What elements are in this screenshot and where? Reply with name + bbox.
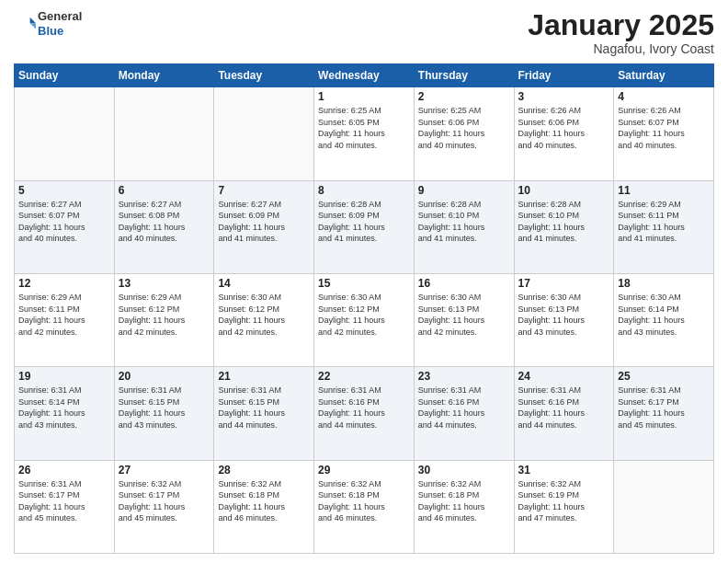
day-info: Sunrise: 6:28 AM Sunset: 6:10 PM Dayligh…	[418, 199, 510, 245]
calendar-week-row: 1Sunrise: 6:25 AM Sunset: 6:05 PM Daylig…	[15, 87, 714, 180]
calendar-table: Sunday Monday Tuesday Wednesday Thursday…	[14, 63, 714, 554]
day-number: 28	[218, 464, 310, 477]
day-number: 6	[119, 184, 210, 197]
day-info: Sunrise: 6:30 AM Sunset: 6:12 PM Dayligh…	[218, 292, 310, 338]
day-info: Sunrise: 6:31 AM Sunset: 6:14 PM Dayligh…	[18, 385, 110, 431]
table-row: 7Sunrise: 6:27 AM Sunset: 6:09 PM Daylig…	[214, 180, 314, 273]
day-info: Sunrise: 6:32 AM Sunset: 6:19 PM Dayligh…	[518, 478, 610, 524]
day-info: Sunrise: 6:29 AM Sunset: 6:11 PM Dayligh…	[618, 199, 710, 245]
day-number: 19	[18, 370, 110, 383]
page: General Blue January 2025 Nagafou, Ivory…	[0, 0, 728, 563]
day-number: 7	[218, 184, 310, 197]
logo-general: General	[38, 9, 82, 24]
table-row: 27Sunrise: 6:32 AM Sunset: 6:17 PM Dayli…	[114, 460, 214, 553]
day-info: Sunrise: 6:27 AM Sunset: 6:07 PM Dayligh…	[18, 199, 110, 245]
day-number: 24	[518, 370, 610, 383]
header: General Blue January 2025 Nagafou, Ivory…	[14, 9, 714, 56]
table-row: 12Sunrise: 6:29 AM Sunset: 6:11 PM Dayli…	[15, 273, 115, 366]
calendar-week-row: 19Sunrise: 6:31 AM Sunset: 6:14 PM Dayli…	[15, 367, 714, 460]
table-row	[214, 87, 314, 180]
logo-text: General Blue	[38, 9, 82, 38]
logo-icon	[14, 13, 36, 35]
table-row: 15Sunrise: 6:30 AM Sunset: 6:12 PM Dayli…	[314, 273, 415, 366]
day-info: Sunrise: 6:28 AM Sunset: 6:09 PM Dayligh…	[318, 199, 410, 245]
day-info: Sunrise: 6:31 AM Sunset: 6:16 PM Dayligh…	[318, 385, 410, 431]
day-number: 23	[418, 370, 510, 383]
table-row: 9Sunrise: 6:28 AM Sunset: 6:10 PM Daylig…	[414, 180, 514, 273]
table-row: 28Sunrise: 6:32 AM Sunset: 6:18 PM Dayli…	[214, 460, 314, 553]
day-info: Sunrise: 6:31 AM Sunset: 6:17 PM Dayligh…	[18, 478, 110, 524]
table-row: 8Sunrise: 6:28 AM Sunset: 6:09 PM Daylig…	[314, 180, 415, 273]
day-info: Sunrise: 6:25 AM Sunset: 6:05 PM Dayligh…	[318, 105, 410, 151]
day-number: 18	[618, 277, 710, 290]
table-row	[15, 87, 115, 180]
col-thursday: Thursday	[414, 64, 514, 87]
day-number: 13	[119, 277, 210, 290]
day-number: 29	[318, 464, 410, 477]
day-info: Sunrise: 6:28 AM Sunset: 6:10 PM Dayligh…	[518, 199, 610, 245]
day-number: 14	[218, 277, 310, 290]
day-number: 10	[518, 184, 610, 197]
svg-marker-1	[30, 23, 36, 29]
table-row: 17Sunrise: 6:30 AM Sunset: 6:13 PM Dayli…	[514, 273, 614, 366]
day-info: Sunrise: 6:27 AM Sunset: 6:08 PM Dayligh…	[119, 199, 210, 245]
day-info: Sunrise: 6:31 AM Sunset: 6:16 PM Dayligh…	[418, 385, 510, 431]
col-wednesday: Wednesday	[314, 64, 415, 87]
col-sunday: Sunday	[15, 64, 115, 87]
day-number: 1	[318, 90, 410, 103]
title-block: January 2025 Nagafou, Ivory Coast	[528, 9, 714, 56]
table-row: 29Sunrise: 6:32 AM Sunset: 6:18 PM Dayli…	[314, 460, 415, 553]
table-row: 25Sunrise: 6:31 AM Sunset: 6:17 PM Dayli…	[614, 367, 714, 460]
logo: General Blue	[14, 9, 82, 38]
day-number: 12	[18, 277, 110, 290]
day-number: 26	[18, 464, 110, 477]
day-number: 2	[418, 90, 510, 103]
table-row: 18Sunrise: 6:30 AM Sunset: 6:14 PM Dayli…	[614, 273, 714, 366]
day-number: 8	[318, 184, 410, 197]
table-row: 1Sunrise: 6:25 AM Sunset: 6:05 PM Daylig…	[314, 87, 415, 180]
day-info: Sunrise: 6:32 AM Sunset: 6:18 PM Dayligh…	[318, 478, 410, 524]
day-number: 31	[518, 464, 610, 477]
day-number: 15	[318, 277, 410, 290]
day-info: Sunrise: 6:25 AM Sunset: 6:06 PM Dayligh…	[418, 105, 510, 151]
table-row: 24Sunrise: 6:31 AM Sunset: 6:16 PM Dayli…	[514, 367, 614, 460]
table-row: 16Sunrise: 6:30 AM Sunset: 6:13 PM Dayli…	[414, 273, 514, 366]
table-row: 2Sunrise: 6:25 AM Sunset: 6:06 PM Daylig…	[414, 87, 514, 180]
col-tuesday: Tuesday	[214, 64, 314, 87]
month-title: January 2025	[528, 9, 714, 41]
table-row	[114, 87, 214, 180]
day-info: Sunrise: 6:31 AM Sunset: 6:15 PM Dayligh…	[119, 385, 210, 431]
table-row: 19Sunrise: 6:31 AM Sunset: 6:14 PM Dayli…	[15, 367, 115, 460]
table-row: 14Sunrise: 6:30 AM Sunset: 6:12 PM Dayli…	[214, 273, 314, 366]
calendar-week-row: 26Sunrise: 6:31 AM Sunset: 6:17 PM Dayli…	[15, 460, 714, 553]
day-info: Sunrise: 6:29 AM Sunset: 6:11 PM Dayligh…	[18, 292, 110, 338]
calendar-week-row: 12Sunrise: 6:29 AM Sunset: 6:11 PM Dayli…	[15, 273, 714, 366]
day-info: Sunrise: 6:31 AM Sunset: 6:15 PM Dayligh…	[218, 385, 310, 431]
day-number: 3	[518, 90, 610, 103]
day-number: 27	[119, 464, 210, 477]
day-number: 11	[618, 184, 710, 197]
day-info: Sunrise: 6:30 AM Sunset: 6:13 PM Dayligh…	[518, 292, 610, 338]
table-row: 5Sunrise: 6:27 AM Sunset: 6:07 PM Daylig…	[15, 180, 115, 273]
day-info: Sunrise: 6:26 AM Sunset: 6:07 PM Dayligh…	[618, 105, 710, 151]
calendar-header-row: Sunday Monday Tuesday Wednesday Thursday…	[15, 64, 714, 87]
col-friday: Friday	[514, 64, 614, 87]
table-row: 21Sunrise: 6:31 AM Sunset: 6:15 PM Dayli…	[214, 367, 314, 460]
table-row: 26Sunrise: 6:31 AM Sunset: 6:17 PM Dayli…	[15, 460, 115, 553]
col-monday: Monday	[114, 64, 214, 87]
day-number: 25	[618, 370, 710, 383]
table-row: 13Sunrise: 6:29 AM Sunset: 6:12 PM Dayli…	[114, 273, 214, 366]
table-row: 11Sunrise: 6:29 AM Sunset: 6:11 PM Dayli…	[614, 180, 714, 273]
day-number: 20	[119, 370, 210, 383]
day-number: 17	[518, 277, 610, 290]
day-info: Sunrise: 6:31 AM Sunset: 6:17 PM Dayligh…	[618, 385, 710, 431]
table-row: 10Sunrise: 6:28 AM Sunset: 6:10 PM Dayli…	[514, 180, 614, 273]
day-info: Sunrise: 6:30 AM Sunset: 6:13 PM Dayligh…	[418, 292, 510, 338]
table-row: 30Sunrise: 6:32 AM Sunset: 6:18 PM Dayli…	[414, 460, 514, 553]
table-row: 23Sunrise: 6:31 AM Sunset: 6:16 PM Dayli…	[414, 367, 514, 460]
day-info: Sunrise: 6:26 AM Sunset: 6:06 PM Dayligh…	[518, 105, 610, 151]
day-number: 9	[418, 184, 510, 197]
logo-blue: Blue	[38, 24, 82, 39]
table-row: 4Sunrise: 6:26 AM Sunset: 6:07 PM Daylig…	[614, 87, 714, 180]
day-number: 16	[418, 277, 510, 290]
